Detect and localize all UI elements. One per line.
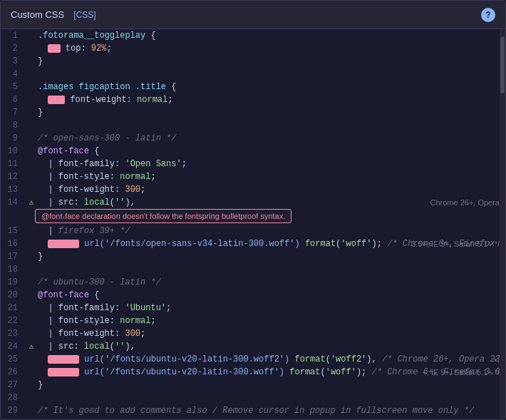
code-line: 28 [1, 391, 505, 404]
code-line: 18 [1, 263, 505, 276]
code-line: 30 .pswp:fullscreen .pswp__container { [1, 417, 505, 419]
code-line-with-tooltip: 14 ⚠ | src: local(''), Chrome 26+, Opera… [1, 196, 505, 225]
line-content: top: 92%; [36, 42, 505, 55]
line-content: /* ubuntu-300 - latin */ [36, 276, 505, 289]
code-line: 22 | font-style: normal; [1, 314, 505, 327]
code-line: 29 /* It's good to add comments also / R… [1, 404, 505, 417]
line-number: 8 [1, 119, 26, 132]
line-number: 28 [1, 391, 26, 404]
code-line: 25 url('/fonts/ubuntu-v20-latin-300.woff… [1, 353, 505, 366]
code-line: 15 | firefox 39+ */ [1, 225, 505, 237]
line-content: .fotorama__toggleplay { [36, 29, 505, 42]
line-content: | font-style: normal; [36, 170, 505, 183]
line-number: 27 [1, 379, 26, 391]
warning-icon: ⚠ [26, 340, 36, 353]
line-number: 22 [1, 314, 26, 327]
code-line: 21 | font-family: 'Ubuntu'; [1, 302, 505, 314]
editor-body: 1 .fotorama__toggleplay { 2 top: 92%; 3 … [1, 29, 505, 419]
code-line: 2 top: 92%; [1, 42, 505, 55]
error-mark [48, 44, 60, 53]
line-number: 6 [1, 93, 26, 106]
line-content: /* open-sans-300 - latin */ [36, 132, 505, 145]
code-line: 20 @font-face { [1, 289, 505, 302]
line-number: 19 [1, 276, 26, 289]
line-number: 13 [1, 183, 26, 196]
line-number: 9 [1, 132, 26, 145]
line-number: 18 [1, 263, 26, 276]
code-line: 27 } [1, 379, 505, 391]
line-number: 15 [1, 225, 26, 237]
line-number: 25 [1, 353, 26, 366]
line-number: 7 [1, 106, 26, 119]
line-suffix: 3.6+, IE 9+, Safari 5.1+ */ [411, 237, 500, 250]
line-number: 17 [1, 250, 26, 263]
code-line: 8 [1, 119, 505, 132]
help-button[interactable]: ? [481, 8, 495, 22]
line-content: | font-family: 'Ubuntu'; [36, 302, 505, 314]
scrollbar-track[interactable] [500, 29, 505, 419]
line-number: 4 [1, 68, 26, 81]
line-number: 10 [1, 145, 26, 158]
line-number: 1 [1, 29, 26, 42]
code-line: 10 @font-face { [1, 145, 505, 158]
code-line: 23 | font-weight: 300; [1, 327, 505, 340]
line-number: 14 [1, 196, 26, 209]
code-area[interactable]: 1 .fotorama__toggleplay { 2 top: 92%; 3 … [1, 29, 505, 419]
code-line: 6 font-weight: normal; [1, 93, 505, 106]
code-line: 7 } [1, 106, 505, 119]
line-number: 26 [1, 366, 26, 379]
editor-header: Custom CSS [CSS] ? [1, 1, 505, 29]
code-line: 26 url('/fonts/ubuntu-v20-latin-300.woff… [1, 366, 505, 379]
line-number: 3 [1, 55, 26, 68]
editor-container: Custom CSS [CSS] ? 1 .fotorama__togglepl… [0, 0, 506, 420]
line-content: @font-face { [36, 289, 505, 302]
tooltip-box: @font-face declaration doesn't follow th… [35, 209, 291, 223]
error-mark [48, 96, 65, 104]
code-line: 5 .images figcaption .title { [1, 81, 505, 93]
code-line: 16 url('/fonts/open-sans-v34-latin-300.w… [1, 237, 505, 250]
line-number: 30 [1, 417, 26, 419]
line-content: .images figcaption .title { [36, 81, 505, 93]
line-content: } [36, 55, 505, 68]
warning-icon: ⚠ [26, 196, 36, 209]
line-number: 11 [1, 158, 26, 170]
scrollbar-thumb[interactable] [500, 36, 505, 93]
line-content: } [36, 106, 505, 119]
line-content: | font-weight: 300; [36, 183, 505, 196]
code-line: 4 [1, 68, 505, 81]
code-line: 19 /* ubuntu-300 - latin */ [1, 276, 505, 289]
code-line: 9 /* open-sans-300 - latin */ [1, 132, 505, 145]
line-content: @font-face { [36, 145, 505, 158]
line-content: | firefox 39+ */ [36, 225, 505, 237]
error-mark [48, 355, 79, 364]
line-number: 29 [1, 404, 26, 417]
line-number: 23 [1, 327, 26, 340]
line-content: url('/fonts/ubuntu-v20-latin-300.woff2')… [36, 353, 505, 366]
header-title-group: Custom CSS [CSS] [11, 9, 96, 21]
code-line: 13 | font-weight: 300; [1, 183, 505, 196]
line-content: | src: local(''), [36, 340, 505, 353]
line-number: 5 [1, 81, 26, 93]
line-content: font-weight: normal; [36, 93, 505, 106]
line-number: 20 [1, 289, 26, 302]
code-line: 12 | font-style: normal; [1, 170, 505, 183]
line-14-row: 14 ⚠ | src: local(''), Chrome 26+, Opera [1, 196, 505, 209]
line-suffix: +, [493, 353, 500, 366]
line-suffix: +, IE 9+, Safari 5.1+ */ [422, 366, 500, 379]
code-line: 17 } [1, 250, 505, 263]
line-content: | font-weight: 300; [36, 327, 505, 340]
code-line: 11 | font-family: 'Open Sans'; [1, 158, 505, 170]
code-line: 24 ⚠ | src: local(''), [1, 340, 505, 353]
line-content: /* It's good to add comments also / Remo… [36, 404, 505, 417]
line-number: 16 [1, 237, 26, 250]
line-content: | font-family: 'Open Sans'; [36, 158, 505, 170]
line-suffix: Chrome 26+, Opera [430, 196, 500, 209]
line-number: 12 [1, 170, 26, 183]
code-line: 3 } [1, 55, 505, 68]
line-content: } [36, 379, 505, 391]
editor-badge: [CSS] [73, 10, 95, 20]
line-content: .pswp:fullscreen .pswp__container { [36, 417, 505, 419]
error-mark [48, 368, 79, 377]
line-number: 21 [1, 302, 26, 314]
line-content: | font-style: normal; [36, 314, 505, 327]
